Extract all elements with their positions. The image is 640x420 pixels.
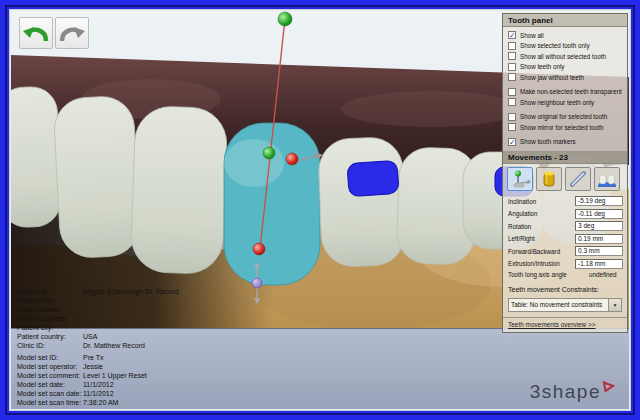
info-row: Model set scan time:7:38:20 AM — [17, 398, 147, 407]
measure-tool-button[interactable] — [565, 167, 591, 191]
rotation-handle-red[interactable] — [286, 153, 298, 165]
crown-tool-button[interactable] — [536, 167, 562, 191]
redo-button[interactable] — [55, 17, 89, 49]
teeth-movements-overview-link[interactable]: Teeth movements overview >> — [508, 321, 596, 328]
checkbox[interactable] — [508, 98, 516, 106]
checkbox[interactable] — [508, 88, 516, 96]
checkbox[interactable] — [508, 113, 516, 121]
tooth-long-axis-row: Tooth long axis angleundefined — [508, 271, 623, 282]
movement-row-inclination: Inclination-5.19 deg — [508, 196, 623, 206]
overview-link-row: Teeth movements overview >> — [503, 318, 627, 332]
tooth[interactable] — [318, 137, 406, 268]
checkbox-show-teeth-only[interactable]: Show teeth only — [508, 62, 623, 73]
move-gizmo-tool-button[interactable] — [507, 167, 533, 191]
checkbox-show-all[interactable]: ✓Show all — [508, 30, 623, 41]
movements-panel-header: Movements - 23 — [503, 151, 627, 164]
info-row: Clinic ID:Dr. Matthew Record — [17, 341, 179, 350]
info-row: Patient SSN: — [17, 296, 179, 305]
checkbox-show-jaw-without-teeth[interactable]: Show jaw without teeth — [508, 72, 623, 83]
application-window: 3shape Patient ID:Brigitte Scarbrough-Dr… — [0, 0, 640, 420]
teeth-compare-tool-button[interactable] — [594, 167, 620, 191]
tooth[interactable] — [11, 86, 61, 228]
checkbox[interactable] — [508, 63, 516, 71]
checkbox[interactable] — [508, 123, 516, 131]
inclination-input[interactable]: -5.19 deg — [575, 196, 623, 206]
info-row: Patient address: — [17, 314, 179, 323]
axis-top-handle-green[interactable] — [278, 12, 292, 26]
selected-tooth-highlight — [224, 139, 284, 187]
movement-row-extrusionintrusion: Extrusion/Intrusion-1.18 mm — [508, 259, 623, 269]
info-row: Patient country:USA — [17, 332, 179, 341]
movement-values: Inclination-5.19 deg Angulation-0.11 deg… — [503, 194, 627, 312]
checkbox-make-nonselected-transparent[interactable]: Make non-selected teeth transparent — [508, 87, 623, 98]
history-toolbar — [19, 17, 89, 49]
checkbox[interactable] — [508, 73, 516, 81]
leftright-input[interactable]: 0.19 mm — [575, 234, 623, 244]
axis-bottom-handle-red[interactable] — [253, 243, 265, 255]
tooth[interactable] — [130, 105, 228, 274]
dropdown-arrow-icon[interactable]: ▼ — [608, 299, 621, 311]
tooth[interactable] — [53, 95, 141, 259]
movement-tools — [503, 164, 627, 194]
teeth-compare-icon — [596, 169, 618, 189]
tooth-panel-header: Tooth panel — [503, 14, 627, 27]
checkbox[interactable] — [508, 42, 516, 50]
checkbox-show-original[interactable]: Show original for selected tooth — [508, 112, 623, 123]
info-row: Model set ID:Pre Tx — [17, 353, 147, 362]
model-set-info-block: Model set ID:Pre Tx Model set operator:J… — [17, 353, 147, 407]
extrusion-handle-purple[interactable] — [252, 278, 262, 288]
checkbox[interactable] — [508, 52, 516, 60]
crown-icon — [538, 169, 560, 189]
gum-highlight — [341, 91, 521, 127]
info-row: Model set date:11/1/2012 — [17, 380, 147, 389]
right-side-panel: Tooth panel ✓Show all Show selected toot… — [502, 13, 628, 333]
3shape-triangle-icon — [602, 380, 615, 393]
checkbox-show-all-without-selected[interactable]: Show all without selected tooth — [508, 51, 623, 62]
tooth-panel-options: ✓Show all Show selected tooth only Show … — [503, 27, 627, 151]
bracket-marker[interactable] — [347, 160, 399, 196]
angulation-input[interactable]: -0.11 deg — [575, 209, 623, 219]
redo-icon — [58, 20, 86, 46]
undo-icon — [22, 20, 50, 46]
move-gizmo-icon — [509, 169, 531, 189]
extrusionintrusion-input[interactable]: -1.18 mm — [575, 259, 623, 269]
rotation-input[interactable]: 3 deg — [575, 221, 623, 231]
checkbox-show-tooth-markers[interactable]: ✓Show tooth markers — [508, 137, 623, 148]
movement-row-forwardbackward: Forward/Backward0.3 mm — [508, 246, 623, 256]
info-row: Patient name: — [17, 305, 179, 314]
info-row: Model set comment:Level 1 Upper Reset — [17, 371, 147, 380]
info-row: Model set operator:Jessie — [17, 362, 147, 371]
checkbox-show-neighbour-only[interactable]: Show neighbour teeth only — [508, 97, 623, 108]
axis-angle-value: undefined — [589, 271, 616, 282]
info-row: Model set scan date:11/1/2012 — [17, 389, 147, 398]
checkbox-show-selected-only[interactable]: Show selected tooth only — [508, 41, 623, 52]
brand-logo: 3shape — [530, 382, 615, 401]
movement-row-angulation: Angulation-0.11 deg — [508, 209, 623, 219]
movement-row-leftright: Left/Right0.19 mm — [508, 234, 623, 244]
info-row: Patient city: — [17, 323, 179, 332]
measure-icon — [567, 169, 589, 189]
undo-button[interactable] — [19, 17, 53, 49]
app-area: 3shape Patient ID:Brigitte Scarbrough-Dr… — [10, 10, 630, 410]
brand-logo-text: 3shape — [530, 382, 601, 401]
patient-info-block: Patient ID:Brigitte Scarbrough-Dr. Recor… — [17, 287, 179, 350]
checkbox-show-mirror[interactable]: Show mirror for selected tooth — [508, 122, 623, 133]
tooth-center-handle-green[interactable] — [263, 147, 275, 159]
checkbox[interactable]: ✓ — [508, 31, 516, 39]
checkbox[interactable]: ✓ — [508, 138, 516, 146]
info-row: Patient ID:Brigitte Scarbrough-Dr. Recor… — [17, 287, 179, 296]
constraints-dropdown[interactable]: Table: No movement constraints ▼ — [508, 298, 622, 312]
forwardbackward-input[interactable]: 0.3 mm — [575, 246, 623, 256]
constraints-label: Teeth movement Constraints: — [508, 286, 623, 296]
movement-row-rotation: Rotation3 deg — [508, 221, 623, 231]
